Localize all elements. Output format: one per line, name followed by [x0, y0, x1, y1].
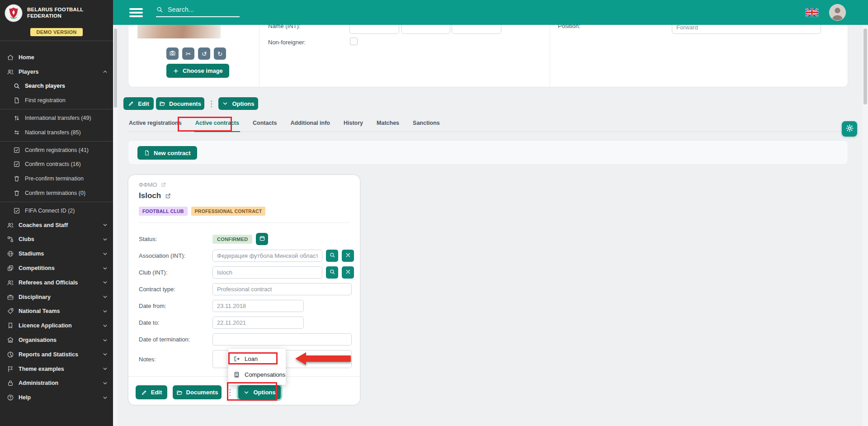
- tab-history[interactable]: History: [343, 120, 364, 131]
- rotate-right-button[interactable]: ↻: [214, 47, 226, 60]
- contract-documents-button[interactable]: Documents: [173, 385, 222, 399]
- sidebar-item-competitions[interactable]: Competitions: [0, 261, 113, 275]
- sidebar-item-administration[interactable]: Administration: [0, 376, 113, 391]
- menu-item-loan[interactable]: Loan: [228, 350, 286, 367]
- sidebar-item-confirm-terminations[interactable]: Confirm terminations (0): [0, 186, 113, 200]
- sidebar-item-stadiums[interactable]: Stadiums: [0, 246, 113, 261]
- association-search-button[interactable]: [326, 250, 338, 262]
- edit-button[interactable]: Edit: [123, 97, 154, 110]
- club-clear-button[interactable]: [342, 266, 354, 279]
- sidebar-item-organisations[interactable]: Organisations: [0, 333, 113, 347]
- last-name-int-input[interactable]: [349, 25, 399, 34]
- uk-flag-icon[interactable]: [806, 9, 818, 17]
- crop-image-button[interactable]: ✂: [182, 47, 194, 60]
- association-row: Association (INT):: [139, 250, 352, 262]
- date-of-termination-input[interactable]: [212, 333, 352, 346]
- hamburger-menu-icon[interactable]: [129, 8, 143, 17]
- association-clear-button[interactable]: [342, 250, 354, 262]
- window-scrollbar[interactable]: [863, 25, 868, 426]
- tab-additional-info[interactable]: Additional info: [289, 120, 330, 131]
- contract-type-input[interactable]: [212, 283, 352, 295]
- sidebar-item-licence-application[interactable]: Licence Application: [0, 318, 113, 333]
- scissors-icon: ✂: [186, 50, 191, 57]
- file-icon: [13, 97, 20, 104]
- date-to-input[interactable]: [212, 317, 304, 329]
- sidebar-item-players[interactable]: Players: [0, 65, 113, 79]
- position-label: Position:: [558, 25, 580, 29]
- folder-icon: [176, 389, 183, 396]
- date-from-input[interactable]: [212, 300, 304, 312]
- first-name-int-input[interactable]: [401, 25, 450, 34]
- card-footer-actions: Edit Documents ⋮ Options: [136, 385, 281, 399]
- tab-sanctions[interactable]: Sanctions: [412, 120, 441, 131]
- tab-contacts[interactable]: Contacts: [252, 120, 278, 131]
- association-input[interactable]: [212, 250, 322, 262]
- take-photo-button[interactable]: [166, 47, 179, 60]
- global-search[interactable]: [156, 6, 240, 17]
- trash-icon: [13, 189, 20, 197]
- club-search-button[interactable]: [326, 266, 338, 279]
- position-input[interactable]: [672, 25, 821, 34]
- sidebar-item-national-transfers[interactable]: National transfers (85): [0, 125, 113, 140]
- external-link-icon[interactable]: [160, 182, 166, 188]
- name-int-label: Name (INT):: [268, 25, 301, 29]
- sidebar-item-national-teams[interactable]: National Teams: [0, 304, 113, 319]
- club-input[interactable]: [212, 266, 322, 279]
- sidebar-item-confirm-registrations[interactable]: Confirm registrations (41): [0, 143, 113, 157]
- contracts-toolbar: New contract: [128, 140, 848, 165]
- sidebar-item-coaches-and-staff[interactable]: Coaches and Staff: [0, 218, 113, 232]
- club-row: Club (INT):: [139, 266, 352, 279]
- settings-fab-button[interactable]: [842, 121, 857, 137]
- compensations-icon: [233, 371, 240, 378]
- sidebar-item-international-transfers[interactable]: International transfers (49): [0, 111, 113, 125]
- sidebar-item-search-players[interactable]: Search players: [0, 79, 113, 94]
- card-club-row: Isloch: [139, 191, 171, 200]
- chevron-down-icon: [243, 389, 250, 396]
- sidebar-item-clubs[interactable]: Clubs: [0, 232, 113, 247]
- chevron-down-icon: [102, 323, 108, 329]
- brand: BELARUS FOOTBALL FEDERATION: [0, 0, 113, 25]
- sidebar-item-reports-and-statistics[interactable]: Reports and Statistics: [0, 347, 113, 362]
- status-history-button[interactable]: [256, 233, 268, 245]
- documents-button[interactable]: Documents: [156, 97, 204, 110]
- sidebar-item-home[interactable]: Home: [0, 50, 113, 65]
- menu-item-compensations[interactable]: Compensations: [228, 367, 286, 383]
- sidebar-scrollbar-thumb[interactable]: [114, 28, 117, 108]
- player-tabs: Active registrationsActive contractsCont…: [128, 116, 848, 132]
- date-of-termination-label: Date of termination:: [139, 336, 212, 343]
- sidebar-item-fifa-connect-id[interactable]: FIFA Connect ID (2): [0, 204, 113, 218]
- external-link-icon[interactable]: [165, 193, 171, 199]
- sidebar-item-disciplinary[interactable]: Disciplinary: [0, 290, 113, 304]
- sidebar-item-confirm-contracts[interactable]: Confirm contracts (16): [0, 157, 113, 172]
- tab-active-contracts[interactable]: Active contracts: [194, 120, 240, 132]
- contract-options-button[interactable]: Options: [238, 385, 281, 399]
- new-contract-button[interactable]: New contract: [137, 146, 197, 160]
- search-input[interactable]: [168, 6, 236, 13]
- options-button[interactable]: Options: [218, 97, 258, 110]
- middle-name-int-input[interactable]: [452, 25, 501, 34]
- chevron-down-icon: [102, 279, 108, 285]
- sidebar-item-referees-and-officials[interactable]: Referees and Officials: [0, 275, 113, 290]
- sidebar-item-first-registration[interactable]: First registration: [0, 93, 113, 108]
- sidebar-group-divider: [0, 141, 113, 142]
- demo-version-badge: DEMO VERSION: [30, 28, 82, 36]
- users-icon: [6, 279, 14, 286]
- sidebar-item-help[interactable]: Help: [0, 390, 113, 405]
- user-avatar[interactable]: [829, 4, 846, 21]
- chevron-down-icon: [102, 251, 108, 257]
- trash-icon: [13, 175, 20, 183]
- contract-options-menu: Loan Compensations: [228, 349, 286, 385]
- sidebar-item-pre-confirm-termination[interactable]: Pre-confirm termination: [0, 171, 113, 186]
- non-foreigner-checkbox[interactable]: [350, 38, 358, 45]
- tab-active-registrations[interactable]: Active registrations: [128, 120, 183, 131]
- contract-edit-button[interactable]: Edit: [136, 385, 167, 399]
- sidebar-item-theme-examples[interactable]: Theme examples: [0, 362, 113, 376]
- kebab-dots-icon: ⋮: [208, 100, 215, 108]
- tab-matches[interactable]: Matches: [376, 120, 400, 131]
- choose-image-button[interactable]: Choose image: [166, 64, 229, 78]
- sidebar-scrollbar[interactable]: [113, 25, 118, 426]
- window-scrollbar-thumb[interactable]: [863, 28, 867, 104]
- tag-icon: [6, 308, 14, 315]
- rotate-left-button[interactable]: ↺: [198, 47, 210, 60]
- sidebar-menu: HomePlayersSearch playersFirst registrat…: [0, 50, 113, 405]
